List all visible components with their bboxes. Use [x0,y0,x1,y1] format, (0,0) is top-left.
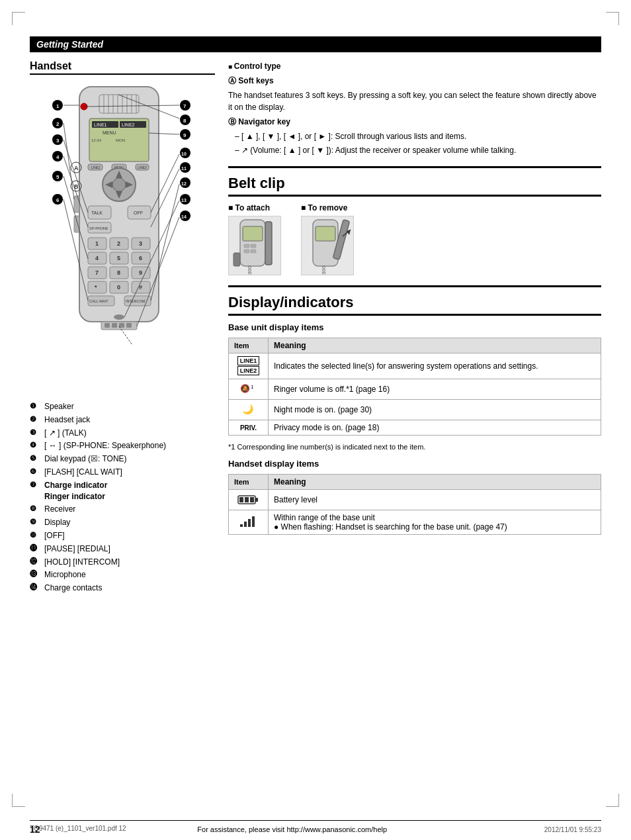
section-header: Getting Started [30,36,601,52]
table-cell-line-item: LINE1 LINE2 [229,353,269,379]
belt-clip-images: ■ To attach [228,203,601,275]
separator-2 [228,285,601,287]
left-column: Handset [30,60,215,596]
svg-text:LINE1: LINE1 [94,122,107,127]
svg-text:11: 11 [181,166,187,171]
part-13: ⓭ Microphone [30,569,215,581]
handset-unit-subtitle: Handset display items [228,459,601,469]
svg-rect-73 [105,323,110,328]
part-7: ❼ Charge indicatorRinger indicator [30,480,215,502]
svg-text:A: A [74,165,79,171]
handset-table-header-meaning: Meaning [269,475,601,490]
part-12: ⓬ [HOLD] [INTERCOM] [30,557,215,568]
part-9: ❾ Display [30,517,215,528]
table-cell-night-item: 🌙 [229,400,269,420]
svg-text:MENU: MENU [103,130,116,135]
svg-rect-127 [233,253,240,266]
belt-clip-attach: ■ To attach [228,203,281,275]
signal-icon [239,515,259,528]
svg-text:LINE1: LINE1 [91,165,101,169]
control-type-heading: Control type [228,60,601,72]
soft-keys-text: The handset features 3 soft keys. By pre… [228,89,601,113]
svg-point-71 [114,314,124,320]
svg-rect-145 [248,519,251,527]
base-unit-subtitle: Base unit display items [228,322,601,332]
svg-text:3: 3 [56,138,60,144]
two-column-layout: Handset [30,60,601,596]
svg-text:4: 4 [95,255,99,261]
svg-text:3: 3 [139,240,142,247]
table-row-battery: Battery level [229,490,601,510]
svg-text:300: 300 [321,265,327,275]
svg-text:1: 1 [95,240,99,247]
table-row-priv: PRIV. Privacy mode is on. (page 18) [229,420,601,436]
table-cell-ringer-meaning: Ringer volume is off.*1 (page 16) [269,379,601,400]
svg-rect-59 [88,281,106,293]
belt-clip-remove-label: ■ To remove [301,203,354,212]
svg-text:1: 1 [251,384,254,390]
navigator-item-1: [ ▲ ], [ ▼ ], [ ◄ ], or [ ► ]: Scroll th… [235,130,601,142]
svg-text:2: 2 [117,240,120,247]
table-cell-battery-meaning: Battery level [269,490,601,510]
svg-text:8: 8 [117,269,120,276]
belt-clip-attach-label: ■ To attach [228,203,281,212]
navigator-item-2: ↗ (Volume: [ ▲ ] or [ ▼ ]): Adjust the r… [235,144,601,156]
handset-title: Handset [30,60,215,75]
handset-table-header-item: Item [229,475,269,490]
svg-rect-123 [251,244,256,248]
svg-text:9: 9 [139,269,142,276]
svg-rect-121 [243,226,263,241]
svg-text:5: 5 [56,174,60,180]
svg-text:MON: MON [116,138,125,142]
belt-clip-attach-img: 300 [228,216,281,275]
svg-rect-122 [244,244,249,248]
battery-icon [237,492,260,506]
svg-text:LINE2: LINE2 [138,165,147,169]
svg-text:6: 6 [139,255,142,261]
footer-left-info: TG9471 (e)_1101_ver101.pdf 12 [30,825,126,832]
svg-text:INTERCOM: INTERCOM [126,299,146,303]
right-column: Control type Ⓐ Soft keys The handset fea… [228,60,601,596]
base-table-header-item: Item [229,338,269,353]
part-11: ⓫ [PAUSE] [REDIAL] [30,543,215,555]
svg-point-28 [112,178,126,191]
ringer-icon: 🔕 1 [239,382,259,395]
svg-text:13: 13 [181,198,187,203]
priv-label: PRIV. [240,424,257,432]
footer-center-text: For assistance, please visit http://www.… [197,825,387,833]
svg-text:10: 10 [181,152,187,156]
svg-text:*: * [95,284,97,291]
table-row-signal: Within range of the base unit ● When fla… [229,510,601,535]
part-5: ❺ Dial keypad (☒: TONE) [30,453,215,465]
svg-text:7: 7 [183,103,187,109]
svg-rect-125 [251,250,256,253]
table-row-line: LINE1 LINE2 Indicates the selected line(… [229,353,601,379]
svg-rect-141 [245,497,249,502]
section-header-text: Getting Started [36,39,103,50]
svg-text:5: 5 [117,255,120,261]
svg-text:9: 9 [183,132,187,138]
svg-text:300: 300 [247,265,253,275]
svg-text:CALL WAIT: CALL WAIT [89,299,108,303]
corner-mark-bl [12,794,25,807]
table-cell-priv-meaning: Privacy mode is on. (page 18) [269,420,601,436]
svg-rect-126 [265,222,272,265]
page-content: Getting Started Handset [30,36,601,804]
svg-rect-139 [255,498,258,502]
belt-clip-remove: ■ To remove [301,203,354,275]
base-table-header-meaning: Meaning [269,338,601,353]
table-cell-signal-item [229,510,269,535]
svg-rect-69 [74,196,79,212]
display-indicators-title: Display/indicators [228,294,601,316]
navigator-items-list: [ ▲ ], [ ▼ ], [ ◄ ], or [ ► ]: Scroll th… [235,130,601,156]
svg-rect-70 [74,216,79,232]
part-3: ❸ [ ↗ ] (TALK) [30,428,215,439]
table-cell-night-meaning: Night mode is on. (page 30) [269,400,601,420]
table-cell-battery-item [229,490,269,510]
part-14: ⓮ Charge contacts [30,583,215,594]
table-row-night: 🌙 Night mode is on. (page 30) [229,400,601,420]
base-unit-table: Item Meaning LINE1 LINE2 Indicates the s… [228,338,601,436]
svg-text:4: 4 [56,154,60,160]
svg-rect-144 [244,522,247,527]
corner-mark-br [606,794,619,807]
